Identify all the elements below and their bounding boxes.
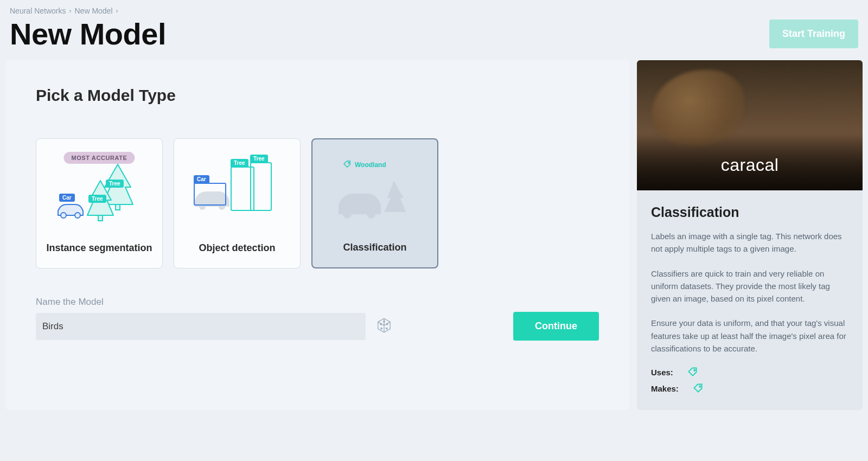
svg-rect-1 [98,215,103,221]
name-model-label: Name the Model [36,297,599,308]
uses-label: Uses: [651,368,673,377]
svg-point-13 [384,321,385,322]
side-description-1: Labels an image with a single tag. This … [651,230,848,255]
continue-button[interactable]: Continue [513,312,599,341]
section-title-pick-model-type: Pick a Model Type [36,86,599,105]
tag-icon [343,160,352,170]
svg-point-7 [343,210,352,219]
card-illustration: Tree Tree [44,149,155,238]
svg-point-9 [380,323,381,324]
card-illustration: Woodland [320,149,430,237]
side-description-2: Classifiers are quick to train and very … [651,267,848,305]
main-panel: Pick a Model Type MOST ACCURATE Tree [5,60,629,410]
svg-point-2 [61,213,66,218]
side-preview-image: caracal [637,60,863,190]
svg-rect-0 [116,204,120,210]
card-label: Classification [343,241,406,254]
tag-icon [687,367,698,377]
breadcrumb: Neural Networks › New Model › [5,7,863,15]
illus-label-car: Car [59,194,75,202]
svg-point-8 [367,210,375,219]
svg-point-6 [348,162,349,163]
model-name-input[interactable] [36,313,366,340]
model-type-card-instance-segmentation[interactable]: MOST ACCURATE Tree [36,138,163,268]
svg-point-15 [699,386,700,387]
svg-point-14 [694,370,695,371]
breadcrumb-item-new-model[interactable]: New Model [74,7,112,15]
side-title: Classification [651,204,848,220]
card-label: Object detection [199,242,275,254]
side-description-3: Ensure your data is uniform, and that yo… [651,317,848,355]
svg-point-12 [386,328,387,329]
card-label: Instance segmentation [46,242,152,254]
illus-label-car: Car [194,175,209,183]
page-title: New Model [10,16,166,52]
illus-label-tree: Tree [250,155,268,163]
illus-tag-label: Woodland [355,161,386,169]
chevron-right-icon: › [69,7,71,15]
svg-point-10 [386,323,387,324]
start-training-button[interactable]: Start Training [769,20,858,48]
model-type-card-classification[interactable]: Woodland Cl [311,138,438,268]
card-illustration: Tree Tree Car [182,149,292,238]
breadcrumb-item-neural-networks[interactable]: Neural Networks [10,7,66,15]
svg-point-3 [75,213,80,218]
dice-icon[interactable] [375,317,393,336]
illus-label-tree: Tree [231,159,248,167]
side-image-caption: caracal [721,155,779,190]
side-panel: caracal Classification Labels an image w… [637,60,863,410]
chevron-right-icon: › [116,7,118,15]
makes-label: Makes: [651,384,679,393]
svg-point-11 [381,328,382,329]
illus-label-tree: Tree [88,195,106,203]
tag-icon [693,383,704,394]
model-type-card-object-detection[interactable]: Tree Tree Car Object detection [174,138,301,268]
model-type-cards: MOST ACCURATE Tree [36,138,599,268]
